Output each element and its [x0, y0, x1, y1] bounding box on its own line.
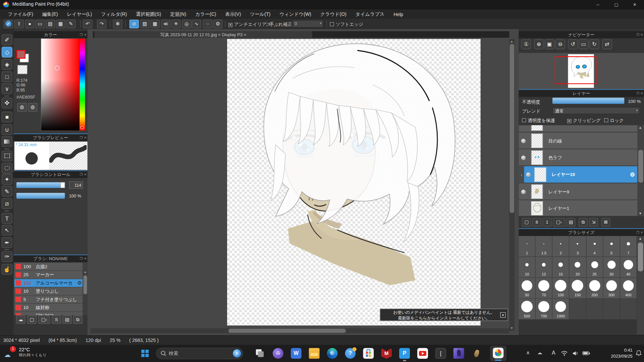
layer-settings-gear-icon[interactable]: ⚙: [630, 171, 635, 178]
mcafee-icon[interactable]: M: [381, 348, 392, 359]
brush-size-cell[interactable]: 500: [519, 299, 535, 319]
youtube-icon[interactable]: [417, 348, 428, 359]
brush-settings-gear-icon[interactable]: ⚙: [77, 279, 82, 287]
menu-tool[interactable]: ツール(T): [246, 11, 275, 17]
menu-color[interactable]: カラー(C): [191, 11, 221, 17]
start-button[interactable]: [141, 350, 149, 357]
minimize-button[interactable]: ─: [589, 0, 607, 9]
anime-app-icon[interactable]: [453, 348, 464, 359]
concentric-button[interactable]: ◎: [182, 20, 191, 28]
parallel-lines-button[interactable]: ▨: [140, 20, 150, 28]
ime-mode-indicator[interactable]: A: [552, 350, 555, 356]
brush-duplicate-button[interactable]: ⧉: [73, 315, 83, 324]
redo-button[interactable]: ↷: [97, 20, 106, 28]
add-layer-menu-button[interactable]: ▢▾: [553, 218, 565, 227]
menu-edit[interactable]: 編集(E): [38, 11, 62, 17]
scroll-up-icon[interactable]: ▲: [84, 270, 87, 274]
edit-doc-button[interactable]: ✎: [66, 20, 75, 28]
brush-add-menu-button[interactable]: ▢▾: [38, 315, 50, 324]
operation-tool[interactable]: ↖: [2, 225, 12, 236]
lamp-app-icon[interactable]: [472, 348, 482, 359]
chat-app-icon[interactable]: ✇: [273, 348, 283, 359]
canvas-vertical-scrollbar[interactable]: ▲ ▼: [509, 39, 515, 331]
chat-button[interactable]: ●: [25, 20, 35, 28]
panel-close-icon[interactable]: ✕: [640, 231, 643, 234]
layer-row[interactable]: 目の線: [519, 133, 638, 149]
canvas-tab[interactable]: 写真 2023-09-11 20 12 01.jpg < Display P3 …: [95, 31, 312, 38]
snap-settings-button[interactable]: ⚙: [213, 20, 223, 28]
blend-mode-dropdown[interactable]: 通常▾: [552, 107, 640, 114]
panel-close-icon[interactable]: ✕: [640, 92, 643, 95]
brush-size-cell[interactable]: 70: [536, 278, 552, 298]
clock[interactable]: 0:41 2023/09/25: [611, 347, 632, 359]
fit-screen-button[interactable]: ▣: [545, 40, 554, 49]
layer-row[interactable]: レイヤー1: [519, 200, 638, 217]
fit-frame-button[interactable]: ▭: [579, 40, 588, 49]
popout-icon[interactable]: ❐: [636, 33, 639, 37]
brush-size-cell[interactable]: 100: [552, 278, 569, 298]
brush-size-cell[interactable]: 400: [620, 278, 637, 298]
protect-alpha-checkbox[interactable]: 透明度を保護: [522, 117, 555, 123]
popout-icon[interactable]: ❐: [636, 92, 639, 95]
export-button[interactable]: ⇧: [14, 20, 24, 28]
popout-icon[interactable]: ❐: [80, 136, 83, 139]
brush-item[interactable]: 10塗りつぶし: [14, 287, 83, 295]
select-pen-tool[interactable]: ✎: [2, 186, 12, 197]
panel-close-icon[interactable]: ✕: [84, 257, 87, 261]
rotate-right-button[interactable]: ↻: [589, 40, 599, 49]
delete-layer-button[interactable]: ⊠: [601, 218, 610, 227]
new-1bit-layer-button[interactable]: 1: [543, 218, 552, 227]
popout-icon[interactable]: ❐: [80, 33, 83, 37]
panel-close-icon[interactable]: ✕: [640, 33, 643, 37]
close-button[interactable]: ✕: [626, 0, 644, 9]
scroll-down-icon[interactable]: ▼: [639, 212, 642, 216]
bucket-tool[interactable]: ∪: [2, 124, 12, 135]
maximize-button[interactable]: ▢: [607, 0, 626, 9]
magic-eraser-tool[interactable]: ◈: [2, 59, 12, 70]
brush-size-cell[interactable]: 1: [519, 236, 535, 256]
zoom-out-button[interactable]: ⊖: [555, 40, 565, 49]
brush-tool[interactable]: ✐: [2, 35, 12, 45]
scroll-up-icon[interactable]: ▲: [510, 40, 514, 44]
menu-view[interactable]: 表示(V): [221, 11, 246, 17]
new-layer-button[interactable]: ▢: [522, 218, 531, 227]
popout-icon[interactable]: ❐: [636, 231, 639, 234]
symmetry-button[interactable]: ✳: [171, 20, 181, 28]
antialias-checkbox[interactable]: ✕アンチエイリアス: [228, 21, 271, 27]
foreground-color-swatch[interactable]: [16, 50, 25, 59]
notification-bell-icon[interactable]: [636, 350, 642, 356]
new-8bit-layer-button[interactable]: 8: [532, 218, 541, 227]
layer-visibility-dot[interactable]: [521, 190, 526, 194]
duplicate-layer-button[interactable]: ⧉: [579, 218, 588, 227]
no-correction-button[interactable]: ⊘: [129, 20, 139, 28]
brush-item[interactable]: 25マーカー: [14, 271, 83, 279]
popout-icon[interactable]: ❐: [80, 173, 83, 177]
layer-opacity-slider[interactable]: [552, 98, 624, 104]
menu-cloud[interactable]: クラウド(O): [316, 11, 351, 17]
hue-bar[interactable]: [80, 39, 85, 130]
scroll-up-icon[interactable]: ▲: [639, 126, 642, 130]
brush-item[interactable]: 5フチ付き塗りつぶし: [14, 296, 83, 303]
brush-size-cell[interactable]: 25: [586, 257, 603, 278]
sv-picker-handle[interactable]: [55, 66, 60, 71]
brush-size-cell[interactable]: 15: [552, 257, 569, 278]
palette-edit-button[interactable]: ◍: [28, 103, 37, 112]
layer-folder-button[interactable]: ▤: [567, 218, 576, 227]
menu-help[interactable]: Help: [389, 12, 408, 17]
magic-wand-tool[interactable]: ✦: [2, 174, 12, 185]
rectangle-tool[interactable]: □: [2, 71, 12, 82]
medibang-taskbar-button[interactable]: [490, 346, 506, 361]
canvas[interactable]: [227, 39, 481, 325]
brush-size-cell[interactable]: 4: [586, 236, 603, 256]
lasso-select-tool[interactable]: [2, 163, 12, 174]
bracket-app-icon[interactable]: [: [435, 348, 446, 359]
brush-size-cell[interactable]: 5: [603, 236, 620, 256]
brush-size-cell[interactable]: 2: [552, 236, 569, 256]
tray-chevron-icon[interactable]: ∧: [526, 350, 530, 355]
zoom-in-button[interactable]: ⊕: [534, 40, 544, 49]
scroll-down-icon[interactable]: ▼: [510, 326, 514, 330]
scrollbar-thumb[interactable]: [638, 150, 643, 183]
popout-icon[interactable]: ❐: [80, 257, 83, 261]
brush-script-button[interactable]: S: [52, 315, 61, 324]
scroll-up-icon[interactable]: ▲: [639, 237, 642, 241]
